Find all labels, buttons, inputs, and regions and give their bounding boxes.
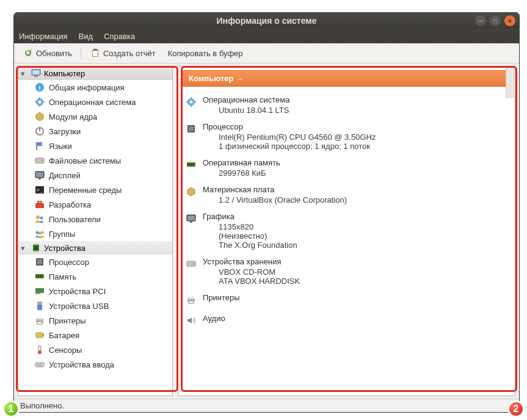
sidebar-category-computer[interactable]: ▾Компьютер <box>18 67 172 80</box>
info-section: Устройства храненияVBOX CD-ROMATA VBOX H… <box>182 253 511 289</box>
section-lines: 2999768 КиБ <box>203 167 509 178</box>
svg-rect-66 <box>191 105 192 107</box>
sidebar-item[interactable]: Память <box>18 269 172 284</box>
svg-rect-41 <box>37 259 42 264</box>
svg-rect-62 <box>37 365 42 366</box>
minimize-button[interactable]: ─ <box>475 15 486 26</box>
item-label: Общая информация <box>49 83 125 92</box>
menu-view[interactable]: Вид <box>79 32 93 41</box>
sections-list: Операционная системаUbuntu 18.04.1 LTSПр… <box>182 92 511 331</box>
expand-icon: ▾ <box>21 69 28 78</box>
sidebar-item[interactable]: Пользователи <box>18 212 172 226</box>
sidebar[interactable]: ▾КомпьютерiОбщая информацияОперационная … <box>18 66 173 396</box>
sidebar-item[interactable]: Устройства ввода <box>18 357 172 372</box>
gear-icon <box>184 95 198 109</box>
drive-icon <box>184 257 198 270</box>
audio-icon <box>184 314 198 327</box>
sidebar-item[interactable]: Дисплей <box>18 168 172 183</box>
item-label: Сенсоры <box>49 346 82 355</box>
section-title: Операционная система <box>203 95 509 104</box>
sidebar-category-devices[interactable]: ▾Устройства <box>18 241 172 255</box>
section-lines: Ubuntu 18.04.1 LTS <box>203 104 509 115</box>
main-header: Компьютер → <box>182 70 511 87</box>
sidebar-item[interactable]: Процессор <box>18 255 172 269</box>
sidebar-item[interactable]: Загрузки <box>18 124 172 139</box>
menubar: Информация Вид Справка <box>14 29 519 43</box>
info-section: Аудио <box>182 310 511 331</box>
section-title: Процессор <box>203 122 509 131</box>
item-label: Модули ядра <box>49 112 97 121</box>
section-lines <box>203 302 509 303</box>
item-label: Батарея <box>49 331 79 340</box>
svg-rect-61 <box>40 364 42 364</box>
item-label: Загрузки <box>49 127 81 136</box>
maximize-button[interactable]: □ <box>490 15 501 26</box>
info-section: Оперативная память2999768 КиБ <box>182 154 511 181</box>
close-button[interactable]: × <box>504 15 515 26</box>
item-label: Процессор <box>49 258 89 267</box>
sidebar-item[interactable]: Сенсоры <box>18 342 172 357</box>
svg-rect-50 <box>37 305 42 310</box>
svg-rect-10 <box>39 97 40 99</box>
section-lines: 1135x820(Неизвестно)The X.Org Foundation <box>203 221 509 250</box>
info-icon: i <box>34 82 45 93</box>
printer-icon <box>34 315 45 326</box>
svg-rect-21 <box>36 172 43 177</box>
sidebar-item[interactable]: Файловые системы <box>18 153 172 168</box>
sidebar-item[interactable]: >_Переменные среды <box>18 183 172 197</box>
sidebar-item[interactable]: Группы <box>18 226 172 241</box>
svg-marker-76 <box>187 187 195 196</box>
scrollbar[interactable] <box>506 67 514 98</box>
gear-icon <box>34 96 45 107</box>
refresh-icon <box>23 48 34 59</box>
main-panel[interactable]: Компьютер → Операционная системаUbuntu 1… <box>178 66 515 396</box>
sidebar-item[interactable]: Модули ядра <box>18 109 172 124</box>
refresh-button[interactable]: Обновить <box>19 46 76 60</box>
cpu-icon <box>184 122 198 136</box>
display-icon <box>34 170 45 181</box>
svg-rect-22 <box>38 178 41 179</box>
sensor-icon <box>34 344 45 355</box>
sidebar-item[interactable]: Устройства USB <box>18 299 172 313</box>
section-title: Оперативная память <box>203 158 509 167</box>
sidebar-item[interactable]: Языки <box>18 139 172 153</box>
sidebar-item[interactable]: iОбщая информация <box>18 80 172 95</box>
groups-icon <box>34 228 45 239</box>
report-button[interactable]: Создать отчёт <box>86 46 159 60</box>
item-label: Переменные среды <box>49 186 122 195</box>
item-label: Пользователи <box>49 215 101 224</box>
report-label: Создать отчёт <box>103 49 156 58</box>
svg-rect-54 <box>36 333 43 338</box>
battery-icon <box>34 330 45 341</box>
svg-rect-84 <box>189 301 194 303</box>
power-icon <box>34 126 45 137</box>
titlebar[interactable]: Информация о системе ─ □ × <box>14 13 519 29</box>
sidebar-item[interactable]: Принтеры <box>18 313 172 328</box>
item-label: Память <box>49 272 76 281</box>
svg-point-81 <box>193 263 194 264</box>
section-line: 1.2 / VirtualBox (Oracle Corporation) <box>219 195 509 205</box>
copy-button[interactable]: Копировать в буфер <box>164 47 247 60</box>
app-window: Информация о системе ─ □ × Информация Ви… <box>13 12 520 413</box>
svg-rect-59 <box>37 364 38 364</box>
clipboard-icon <box>90 48 101 59</box>
sidebar-item[interactable]: Устройства PCI <box>18 284 172 299</box>
terminal-icon: >_ <box>34 184 45 195</box>
sidebar-item[interactable]: Батарея <box>18 328 172 342</box>
section-title: Аудио <box>203 314 509 323</box>
svg-point-31 <box>38 232 42 235</box>
section-lines: VBOX CD-ROMATA VBOX HARDDISK <box>203 266 509 286</box>
menu-help[interactable]: Справка <box>104 32 135 41</box>
display-icon <box>184 212 198 225</box>
section-line: 2999768 КиБ <box>219 168 509 178</box>
svg-rect-26 <box>38 201 42 203</box>
sidebar-item[interactable]: Разработка <box>18 197 172 212</box>
annotation-badge-1: 1 <box>2 400 20 418</box>
section-line: The X.Org Foundation <box>219 241 509 250</box>
usb-icon <box>34 300 45 311</box>
separator <box>81 47 81 59</box>
sidebar-item[interactable]: Операционная система <box>18 95 172 109</box>
input-icon <box>34 359 45 370</box>
menu-information[interactable]: Информация <box>19 32 68 41</box>
svg-rect-70 <box>189 126 194 131</box>
